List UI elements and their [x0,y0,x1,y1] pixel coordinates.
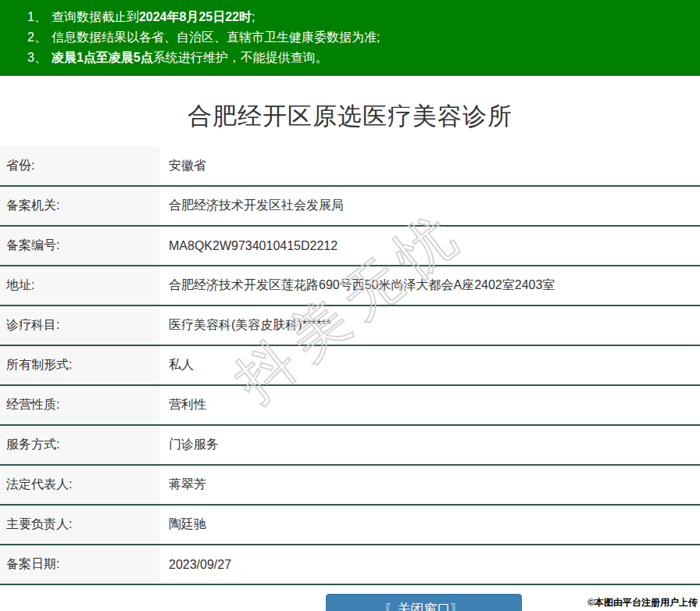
table-row: 主要负责人: 陶廷驰 [0,505,700,545]
field-label: 诊疗科目: [0,306,159,345]
notice-number: 3、 [27,51,47,64]
field-value: 2023/09/27 [159,545,700,584]
page-title: 合肥经开区原选医疗美容诊所 [0,100,700,133]
field-label: 法定代表人: [0,465,159,505]
field-value: 陶廷驰 [159,505,700,545]
field-label: 主要负责人: [0,505,159,545]
field-value: 营利性 [159,385,700,425]
table-row: 备案编号: MA8QK2W9734010415D2212 [0,226,700,266]
field-value: 门诊服务 [159,425,700,465]
copyright-stamp: ©本图由平台注册用户上传 [588,596,698,609]
table-row: 经营性质: 营利性 [0,385,700,425]
field-label: 省份: [0,147,159,186]
notice-line-2: 2、信息数据结果以各省、自治区、直辖市卫生健康委数据为准; [27,27,692,48]
notice-text: 信息数据结果以各省、自治区、直辖市卫生健康委数据为准; [52,30,380,44]
field-label: 备案编号: [0,226,159,266]
notice-number: 1、 [27,10,47,23]
field-label: 备案日期: [0,545,159,584]
notice-number: 2、 [27,30,47,44]
table-row: 地址: 合肥经济技术开发区莲花路690号西50米尚泽大都会A座2402室2403… [0,266,700,306]
table-row: 诊疗科目: 医疗美容科(美容皮肤科)****** [0,306,700,345]
notice-line-3: 3、凌晨1点至凌晨5点系统进行维护，不能提供查询。 [27,48,692,68]
notice-text: 查询数据截止到 [52,10,139,23]
field-label: 经营性质: [0,385,159,425]
field-value: 合肥经济技术开发区社会发展局 [159,186,700,226]
table-row: 备案日期: 2023/09/27 [0,545,700,584]
field-value: 合肥经济技术开发区莲花路690号西50米尚泽大都会A座2402室2403室 [159,266,700,306]
field-value: 蒋翠芳 [159,465,700,505]
field-label: 备案机关: [0,186,159,226]
field-value: 医疗美容科(美容皮肤科)****** [159,306,700,345]
table-row: 备案机关: 合肥经济技术开发区社会发展局 [0,186,700,226]
notice-text: 系统进行维护，不能提供查询。 [153,51,328,64]
field-value: 安徽省 [159,147,700,186]
notice-bold-text: 2024年8月25日22时 [139,10,252,23]
table-row: 法定代表人: 蒋翠芳 [0,465,700,505]
field-value: MA8QK2W9734010415D2212 [159,226,700,266]
field-label: 地址: [0,266,159,306]
table-row: 所有制形式: 私人 [0,345,700,385]
table-row: 服务方式: 门诊服务 [0,425,700,465]
notice-bold-text: 凌晨1点至凌晨5点 [52,51,153,64]
notice-text: ; [252,10,255,23]
field-value: 私人 [159,345,700,385]
notice-line-1: 1、查询数据截止到2024年8月25日22时; [27,7,692,27]
field-label: 服务方式: [0,425,159,465]
close-window-button[interactable]: 〖关闭窗口〗 [326,594,522,611]
table-row: 省份: 安徽省 [0,147,700,186]
field-label: 所有制形式: [0,345,159,385]
clinic-info-table: 省份: 安徽省 备案机关: 合肥经济技术开发区社会发展局 备案编号: MA8QK… [0,147,700,585]
notice-header: 1、查询数据截止到2024年8月25日22时; 2、信息数据结果以各省、自治区、… [0,0,700,76]
